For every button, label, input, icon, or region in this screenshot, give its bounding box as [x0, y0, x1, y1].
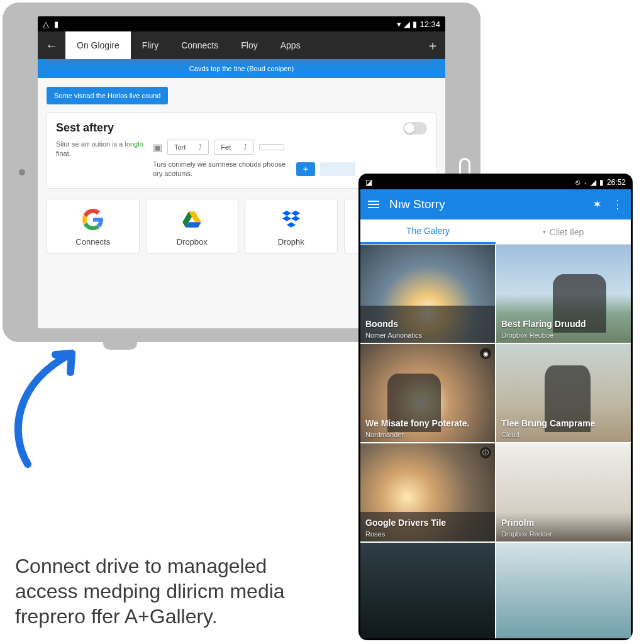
service-label: Dropbox: [177, 237, 208, 247]
tab-other[interactable]: ▾Cliet Ilep: [496, 219, 631, 244]
image-icon: ▣: [153, 142, 162, 153]
tab-floy[interactable]: Floy: [230, 31, 269, 59]
service-label: Connects: [75, 237, 110, 247]
photo-cell[interactable]: Best Flaring DruuddDropbox Reuboe: [496, 245, 631, 343]
service-drive[interactable]: Dropbox: [146, 199, 239, 253]
stub-field[interactable]: [320, 162, 355, 176]
wifi-icon: ⬫: [583, 178, 587, 187]
drive-icon: [180, 208, 203, 231]
phone-frame: ◪ ⎋ ⬫ ◢ ▮ 26:52 Nıw Storry ✶ ⋮ The Galer…: [358, 174, 633, 640]
primary-action-button[interactable]: Some visnad the Horios live cound: [47, 87, 168, 104]
notice-banner: Cavds top the tine (Boud conipen): [38, 59, 445, 78]
card-title: Sest aftery: [56, 121, 114, 135]
app-bar: Nıw Storry ✶ ⋮: [360, 189, 631, 219]
tab-apps[interactable]: Apps: [269, 31, 312, 59]
dropbox-icon: [280, 208, 303, 231]
callout-arrow: [3, 345, 103, 470]
photo-cell[interactable]: BoondsNomer Aunonatics: [360, 245, 495, 343]
photo-grid: BoondsNomer Aunonatics Best Flaring Druu…: [360, 245, 631, 638]
tab-gallery[interactable]: The Galery: [360, 219, 496, 244]
app-title: Nıw Storry: [389, 197, 582, 211]
bluetooth-icon: ⎋: [575, 178, 580, 187]
photo-cell[interactable]: [496, 543, 631, 638]
tab-fliry[interactable]: Fliry: [131, 31, 170, 59]
service-label: Drophk: [278, 237, 304, 247]
battery-icon: ▮: [54, 19, 58, 29]
google-icon: [82, 208, 104, 231]
photo-cell[interactable]: [360, 543, 495, 638]
photo-cell[interactable]: ⓘGoogle Drivers TileRoses: [360, 443, 495, 541]
tablet-status-bar: △ ▮ ▾ ◢ ▮ 12:34: [38, 16, 445, 31]
tablet-tab-bar: ← On Glogire Fliry Connects Floy Apps ＋: [38, 31, 445, 59]
phone-status-bar: ◪ ⎋ ⬫ ◢ ▮ 26:52: [360, 175, 631, 189]
battery-icon: ▮: [599, 178, 604, 187]
share-icon: ⤴: [243, 143, 247, 152]
tablet-camera: [19, 169, 25, 175]
caption-text: Connect drive to manageled access medpin…: [15, 553, 330, 629]
wifi-icon: ▾: [397, 19, 401, 29]
tablet-stand: [103, 340, 137, 350]
phone-tabs: The Galery ▾Cliet Ilep: [360, 219, 631, 245]
notif-icon: ◪: [365, 178, 372, 187]
warning-icon: △: [43, 19, 49, 29]
info-badge-icon: ⓘ: [480, 447, 491, 458]
tab-connects[interactable]: Connects: [170, 31, 230, 59]
segment-tort[interactable]: Tort⤴: [167, 140, 209, 155]
add-tab-button[interactable]: ＋: [420, 37, 445, 54]
card-description: Silur se arr oution is a longlo finat.: [56, 140, 144, 179]
add-button[interactable]: ＋: [296, 162, 315, 176]
menu-button[interactable]: [368, 201, 379, 208]
card-toggle[interactable]: [403, 122, 427, 135]
phone-screen: ◪ ⎋ ⬫ ◢ ▮ 26:52 Nıw Storry ✶ ⋮ The Galer…: [360, 175, 631, 638]
card-note: Turs conimely we surnnese chouds phoose …: [153, 160, 291, 179]
photo-cell[interactable]: PrinolmDropbox Redder: [496, 443, 631, 541]
status-time: 12:34: [419, 19, 440, 29]
status-time: 26:52: [607, 178, 626, 187]
back-button[interactable]: ←: [38, 38, 65, 53]
segment-stub[interactable]: [259, 144, 284, 150]
battery-icon: ▮: [413, 19, 417, 29]
signal-icon: ◢: [591, 178, 596, 187]
signal-icon: ◢: [404, 19, 410, 29]
overflow-menu[interactable]: ⋮: [612, 197, 623, 211]
photo-cell[interactable]: Tlee Brung CamprameCloud: [496, 344, 631, 442]
bug-icon[interactable]: ✶: [592, 197, 602, 211]
tab-on-glogire[interactable]: On Glogire: [65, 31, 131, 59]
service-google[interactable]: Connects: [47, 199, 140, 253]
segment-fet[interactable]: Fet⤴: [214, 140, 254, 155]
photo-cell[interactable]: ◉We Misate fony Poterate.Nordmander: [360, 344, 495, 442]
service-dropbox[interactable]: Drophk: [245, 199, 338, 253]
chevron-down-icon: ▾: [543, 228, 546, 235]
share-icon: ⤴: [198, 143, 202, 152]
info-badge-icon: ◉: [480, 348, 491, 359]
